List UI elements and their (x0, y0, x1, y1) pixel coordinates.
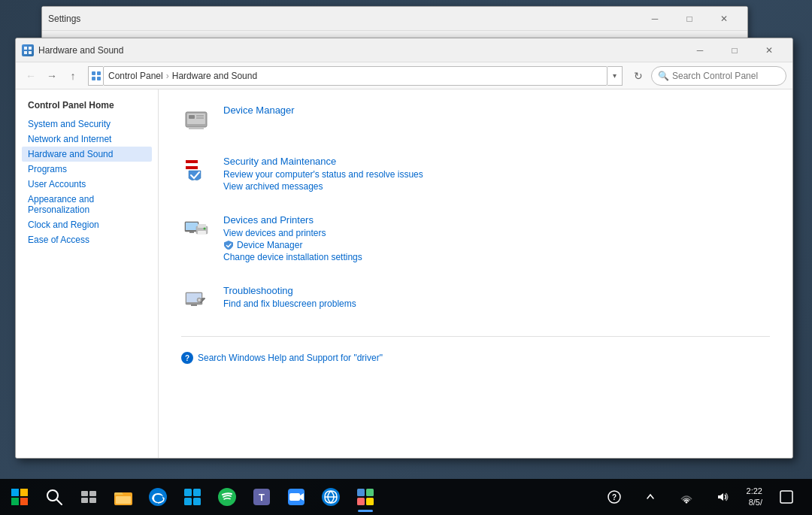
forward-button[interactable]: → (43, 67, 61, 85)
taskbar-search-icon (45, 488, 63, 506)
svg-rect-4 (92, 71, 95, 75)
sidebar-home[interactable]: Control Panel Home (22, 98, 152, 117)
security-link-1[interactable]: Review your computer's status and resolv… (223, 169, 770, 180)
time-display[interactable]: 2:22 8/5/ (742, 484, 767, 510)
help-tray-button[interactable]: ? (598, 480, 631, 513)
settings-minimize-button[interactable]: ─ (638, 7, 672, 31)
cp-close-button[interactable]: ✕ (752, 38, 786, 62)
browser-button[interactable] (314, 480, 347, 513)
up-button[interactable]: ↑ (64, 67, 82, 85)
svg-rect-54 (366, 489, 374, 496)
store-button[interactable] (176, 480, 209, 513)
devices-link-2[interactable]: Device Manager (223, 240, 770, 250)
svg-rect-55 (357, 498, 365, 505)
security-link-2[interactable]: View archived messages (223, 181, 770, 192)
device-manager-icon (181, 105, 211, 135)
svg-rect-39 (89, 498, 96, 503)
help-link[interactable]: ? Search Windows Help and Support for "d… (181, 352, 770, 364)
svg-point-47 (218, 488, 236, 506)
zoom-icon (286, 486, 307, 507)
troubleshooting-icon (181, 285, 211, 315)
search-input[interactable] (672, 71, 777, 81)
svg-point-59 (685, 501, 687, 504)
desktop: SUPER MARKET Settings ─ □ ✕ Hardware and… (0, 0, 812, 515)
devices-link-3[interactable]: Change device installation settings (223, 252, 770, 262)
address-dropdown-button[interactable]: ▾ (607, 66, 623, 86)
task-view-icon (80, 488, 98, 506)
svg-point-24 (204, 228, 206, 230)
address-current: Hardware and Sound (172, 71, 257, 81)
svg-rect-33 (20, 498, 28, 505)
volume-button[interactable] (706, 480, 739, 513)
device-manager-content: Device Manager (223, 105, 770, 118)
svg-rect-60 (780, 491, 792, 503)
notification-icon (780, 490, 793, 504)
edge-button[interactable] (141, 480, 174, 513)
sidebar-item-hardware-sound[interactable]: Hardware and Sound (22, 147, 152, 162)
settings-title: Settings (48, 14, 638, 24)
sidebar: Control Panel Home System and Security N… (16, 89, 159, 458)
troubleshooting-title[interactable]: Troubleshooting (223, 285, 770, 296)
chevron-up-icon (645, 492, 656, 502)
svg-rect-19 (186, 223, 198, 230)
svg-rect-37 (89, 491, 96, 496)
sidebar-item-system-security[interactable]: System and Security (22, 117, 152, 132)
sidebar-item-appearance[interactable]: Appearance and Personalization (22, 192, 152, 217)
svg-rect-56 (366, 498, 374, 505)
help-divider (181, 336, 770, 337)
search-icon: 🔍 (658, 71, 669, 81)
svg-rect-43 (184, 489, 192, 496)
svg-rect-31 (20, 489, 28, 496)
store-icon (182, 486, 203, 507)
file-explorer-icon (113, 486, 134, 507)
settings-close-button[interactable]: ✕ (707, 7, 741, 31)
settings-maximize-button[interactable]: □ (672, 7, 707, 31)
troubleshooting-link-1[interactable]: Find and fix bluescreen problems (223, 298, 770, 309)
zoom-button[interactable] (280, 480, 313, 513)
sidebar-item-ease-access[interactable]: Ease of Access (22, 232, 152, 247)
sidebar-item-network-internet[interactable]: Network and Internet (22, 132, 152, 147)
svg-text:T: T (259, 492, 265, 503)
teams-button[interactable]: T (245, 480, 278, 513)
cp-titlebar: Hardware and Sound ─ □ ✕ (16, 38, 792, 62)
svg-rect-0 (24, 47, 27, 50)
cp-window-icon (22, 44, 34, 56)
refresh-button[interactable]: ↻ (629, 66, 648, 86)
svg-rect-5 (97, 71, 101, 75)
devices-printers-title[interactable]: Devices and Printers (223, 214, 770, 226)
svg-rect-46 (193, 498, 201, 505)
devices-link-1[interactable]: View devices and printers (223, 228, 770, 238)
address-control-panel[interactable]: Control Panel (108, 71, 163, 81)
sidebar-item-user-accounts[interactable]: User Accounts (22, 177, 152, 192)
troubleshooting-section: Troubleshooting Find and fix bluescreen … (181, 285, 770, 315)
sidebar-item-programs[interactable]: Programs (22, 162, 152, 177)
cp-minimize-button[interactable]: ─ (683, 38, 717, 62)
start-button[interactable] (3, 480, 36, 513)
cp-maximize-button[interactable]: □ (717, 38, 752, 62)
taskbar-search-button[interactable] (38, 480, 71, 513)
svg-rect-32 (11, 498, 19, 505)
device-manager-title[interactable]: Device Manager (223, 105, 770, 116)
devices-printers-content: Devices and Printers View devices and pr… (223, 214, 770, 264)
address-separator: › (166, 71, 169, 81)
devices-printers-icon (181, 214, 211, 244)
control-panel-taskbar-button[interactable] (349, 480, 382, 513)
svg-rect-10 (189, 115, 195, 119)
spotify-button[interactable] (211, 480, 244, 513)
cp-content: Control Panel Home System and Security N… (16, 89, 792, 458)
chevron-up-button[interactable] (634, 480, 667, 513)
search-box: 🔍 (651, 66, 786, 86)
sidebar-item-clock-region[interactable]: Clock and Region (22, 217, 152, 232)
address-bar: ← → ↑ Control Panel › Hardware and Sound (16, 62, 792, 89)
file-explorer-button[interactable] (107, 480, 140, 513)
back-button[interactable]: ← (22, 67, 40, 85)
svg-rect-16 (186, 163, 198, 166)
svg-rect-1 (29, 47, 32, 50)
task-view-button[interactable] (72, 480, 105, 513)
address-path[interactable]: Control Panel › Hardware and Sound (103, 66, 607, 86)
network-button[interactable] (670, 480, 703, 513)
security-maintenance-title[interactable]: Security and Maintenance (223, 156, 770, 167)
svg-rect-17 (186, 166, 198, 169)
notification-button[interactable] (770, 480, 803, 513)
address-bar-icon (88, 66, 103, 86)
